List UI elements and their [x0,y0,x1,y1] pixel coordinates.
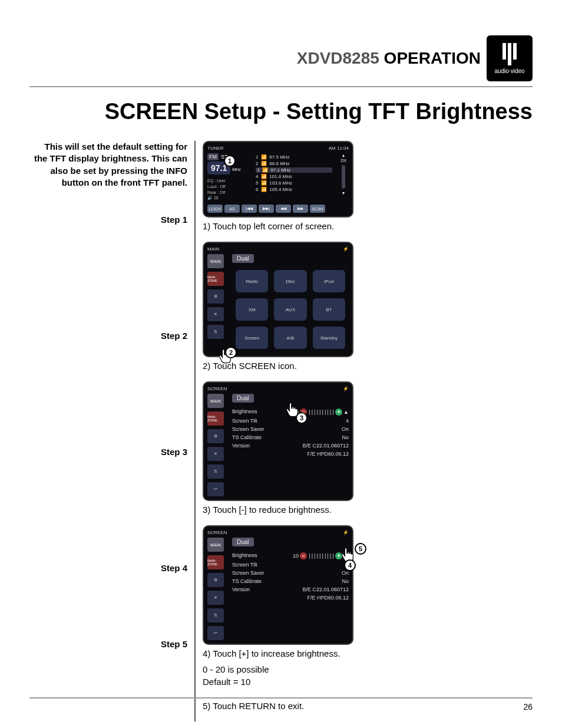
step4-caption: 4) Touch [+] to increase brightness. [203,648,533,658]
ipod-icon[interactable]: iPod [313,270,345,292]
screenshot-step3: SCREEN⚡ MAIN Multi-ZONE ⚙ ✕ ⇅ ↩ Dual Bri… [203,381,353,501]
disc-icon[interactable]: Disc [274,270,306,292]
screen-header: SCREEN [207,386,227,391]
version-be: B/E C22.01.060712 [302,587,349,592]
control-button-row: LO/DX AS |◀◀ ▶▶| ◀◀ ▶▶ SCAN [207,205,349,213]
callout-1: 1 [224,155,236,167]
sidebar-close-icon[interactable]: ✕ [207,591,224,605]
preset-list: 1 📶 87.5 MHz 2 📶 88.8 MHz 3 📶 97.1 MHz 4… [256,153,332,201]
step3-label: Step 3 [29,447,187,457]
sidebar-main[interactable]: MAIN [207,254,224,268]
sidebar-close-icon[interactable]: ✕ [207,447,224,461]
screenshot-step2: MAIN⚡ MAIN Multi-ZONE ⚙ ✕ ⇅ Dual Radio D… [203,242,353,357]
callout-4: 4 [344,559,356,571]
brand-logo: audio·video [487,35,533,81]
volume-level: 20 [214,196,219,200]
brightness-label: Brightness [232,552,257,559]
brightness-value: 10 [293,553,299,559]
sidebar-close-icon[interactable]: ✕ [207,307,224,321]
tilt-label: Screen Tilt [232,562,257,568]
as-button[interactable]: AS [224,205,240,213]
saver-value: On [342,426,349,432]
radio-icon[interactable]: Radio [236,270,268,292]
dx-badge: DX [338,159,349,163]
column-divider [194,141,196,722]
step5-caption: 5) Touch RETURN to exit. [203,701,533,711]
forward-button[interactable]: ▶▶ [293,205,308,213]
sidebar-settings-icon[interactable]: ⚙ [207,573,224,587]
operation-label: OPERATION [384,49,481,67]
clock: AM 11:04 [329,146,349,151]
step2-label: Step 2 [29,331,187,341]
header-rule [29,86,533,87]
callout-5: 5 [355,543,366,555]
sidebar-main[interactable]: MAIN [207,394,224,408]
step1-caption: 1) Touch top left corner of screen. [203,221,533,231]
intro-text: This will set the default setting for th… [29,141,187,189]
standby-icon[interactable]: Standby [313,327,345,349]
brightness-bar: |||||||||| [308,409,334,415]
model-number: XDVD8285 [297,49,379,67]
rear-status: Rear : Off [207,190,250,196]
version-be: B/E C22.01.060712 [302,443,349,449]
step1-label: Step 1 [29,215,187,225]
brightness-plus-button[interactable]: + [335,409,342,416]
ab-icon[interactable]: A/B [274,327,306,349]
sidebar-return-icon[interactable]: ↩ [207,482,224,496]
tilt-label: Screen Tilt [232,418,257,424]
screenshot-step1: TUNERAM 11:04 FM ST 97.1 MHz EQ : User L… [203,141,353,218]
loud-status: Loud : Off [207,184,250,190]
step3-caption: 3) Touch [-] to reduce brightness. [203,505,533,515]
brightness-bar: |||||||||| [308,553,334,559]
screen-header: SCREEN [207,530,227,535]
screenshot-step4: SCREEN⚡ MAIN Multi-ZONE ⚙ ✕ ⇅ ↩ Dual Bri… [203,525,353,645]
header-text: XDVD8285 OPERATION [297,49,481,68]
step5-label: Step 5 [29,639,187,649]
sidebar-swap-icon[interactable]: ⇅ [207,325,224,339]
sidebar-main[interactable]: MAIN [207,538,224,552]
screen-icon[interactable]: Screen [236,327,268,349]
ts-value: No [342,434,349,440]
aux-icon[interactable]: AUX [274,298,306,321]
ts-label: TS Calibrate [232,578,262,584]
prev-track-button[interactable]: |◀◀ [242,205,257,213]
step4-label: Step 4 [29,563,187,573]
brightness-minus-button[interactable]: − [300,552,307,559]
menu-header: MAIN [207,246,219,252]
brightness-label: Brightness [232,409,257,416]
freq-unit: MHz [232,167,240,172]
ts-value: No [342,578,349,584]
sidebar-return-icon[interactable]: ↩ [207,626,224,640]
xm-icon[interactable]: XM [236,298,268,321]
step2-caption: 2) Touch SCREEN icon. [203,361,533,371]
bluetooth-icon[interactable]: BT [313,298,345,321]
tilt-value: 4 [346,418,349,424]
next-track-button[interactable]: ▶▶| [259,205,274,213]
sidebar-multizone[interactable]: Multi-ZONE [207,411,224,426]
brand-badge: Dual [232,254,254,263]
scan-button[interactable]: SCAN [310,205,325,213]
sidebar-swap-icon[interactable]: ⇅ [207,608,224,622]
sidebar-settings-icon[interactable]: ⚙ [207,429,224,443]
sidebar-multizone[interactable]: Multi-ZONE [207,272,224,286]
logo-bars-icon [503,43,517,65]
default-note: Default = 10 [203,677,533,687]
callout-2: 2 [225,347,237,358]
band-badge: FM [207,153,219,160]
saver-value: On [342,570,349,576]
saver-label: Screen Saver [232,426,265,432]
brand-badge: Dual [232,538,254,546]
page-title: SCREEN Setup - Setting TFT Brightness [29,99,533,124]
sidebar-settings-icon[interactable]: ⚙ [207,289,224,304]
sidebar-swap-icon[interactable]: ⇅ [207,465,224,479]
page-number: 26 [523,702,533,711]
rewind-button[interactable]: ◀◀ [276,205,291,213]
brand-badge: Dual [232,394,254,403]
logo-subtext: audio·video [494,68,524,74]
left-column: This will set the default setting for th… [29,141,194,722]
page-header: XDVD8285 OPERATION audio·video [29,35,533,81]
lodx-button[interactable]: LO/DX [207,205,223,213]
sidebar-multizone[interactable]: Multi-ZONE [207,555,224,569]
right-column: TUNERAM 11:04 FM ST 97.1 MHz EQ : User L… [203,141,533,722]
version-label: Version [232,443,250,449]
